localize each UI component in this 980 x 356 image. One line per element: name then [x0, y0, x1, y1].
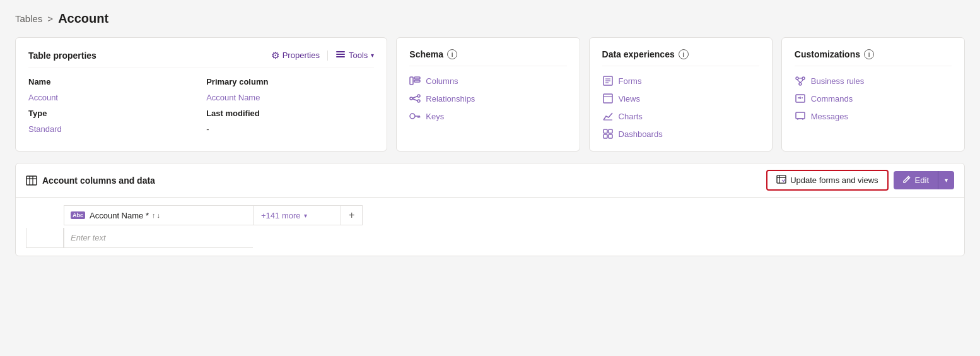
svg-point-8 [417, 100, 420, 102]
schema-items: Columns Relationships [409, 75, 566, 122]
update-forms-label: Update forms and views [790, 175, 878, 185]
more-columns-button[interactable]: +141 more ▾ [253, 205, 341, 225]
add-column-button[interactable]: + [341, 205, 363, 225]
schema-card: Schema i Columns [396, 37, 580, 151]
commands-icon [795, 93, 806, 104]
bottom-section: Account columns and data Update forms an… [15, 163, 965, 256]
svg-rect-24 [604, 134, 607, 138]
update-forms-icon [776, 175, 786, 186]
relationships-icon [409, 93, 421, 104]
messages-link[interactable]: Messages [795, 110, 952, 122]
business-rules-link[interactable]: Business rules [795, 75, 952, 86]
customizations-title-group: Customizations i [795, 49, 874, 59]
dashboards-label: Dashboards [619, 129, 663, 139]
svg-point-26 [796, 77, 798, 80]
type-label: Type [28, 109, 196, 118]
keys-link[interactable]: Keys [409, 110, 566, 122]
svg-rect-41 [777, 175, 786, 183]
keys-icon [409, 110, 421, 122]
more-cols-chevron-icon: ▾ [304, 212, 307, 219]
customizations-info-icon[interactable]: i [864, 49, 874, 59]
data-exp-info-icon[interactable]: i [679, 49, 689, 59]
tools-chevron-icon: ▾ [371, 52, 374, 59]
business-rules-label: Business rules [811, 76, 865, 86]
properties-label: Properties [283, 50, 320, 60]
commands-label: Commands [811, 94, 853, 104]
table-properties-card: Table properties ⚙ Properties [15, 37, 387, 151]
dashboards-link[interactable]: Dashboards [602, 128, 759, 139]
svg-rect-5 [414, 80, 420, 82]
charts-icon [602, 110, 614, 122]
edit-button[interactable]: Edit [894, 171, 938, 189]
charts-label: Charts [619, 112, 643, 121]
edit-pencil-icon [902, 175, 911, 186]
data-table-header: Abc Account Name * ↑ ↓ +141 more ▾ + [26, 205, 954, 225]
bottom-actions: Update forms and views Edit ▾ [766, 170, 954, 191]
messages-icon [795, 110, 806, 122]
enter-text-cell[interactable]: Enter text [64, 228, 253, 248]
tools-link[interactable]: Tools ▾ [335, 49, 374, 61]
tables-link[interactable]: Tables [15, 13, 42, 24]
schema-info-icon[interactable]: i [447, 49, 457, 59]
relationships-link[interactable]: Relationships [409, 93, 566, 104]
columns-icon [409, 75, 421, 86]
more-cols-label: +141 more [261, 211, 301, 220]
edit-dropdown-button[interactable]: ▾ [938, 171, 954, 189]
breadcrumb-current: Account [58, 11, 108, 26]
views-link[interactable]: Views [602, 93, 759, 104]
tools-icon [335, 49, 346, 61]
update-forms-button[interactable]: Update forms and views [766, 170, 888, 191]
customizations-header: Customizations i [795, 49, 952, 66]
relationships-label: Relationships [426, 94, 475, 104]
charts-link[interactable]: Charts [602, 110, 759, 122]
primary-col-label: Primary column [206, 77, 374, 86]
svg-rect-22 [604, 129, 607, 133]
sort-icons[interactable]: ↑ ↓ [152, 211, 160, 219]
columns-link[interactable]: Columns [409, 75, 566, 86]
properties-link[interactable]: ⚙ Properties [271, 50, 320, 61]
svg-point-27 [802, 77, 805, 80]
primary-col-value[interactable]: Account Name [206, 93, 374, 102]
schema-header: Schema i [409, 49, 566, 66]
add-column-icon: + [349, 210, 354, 221]
edit-dropdown-chevron-icon: ▾ [945, 177, 948, 184]
data-exp-items: Forms Views [602, 75, 759, 139]
cards-row: Table properties ⚙ Properties [15, 37, 965, 151]
abc-icon: Abc [71, 211, 85, 219]
table-properties-content: Name Primary column Account Account Name… [28, 77, 374, 134]
views-label: Views [619, 94, 640, 104]
name-value[interactable]: Account [28, 93, 196, 102]
svg-rect-36 [796, 112, 805, 119]
forms-link[interactable]: Forms [602, 75, 759, 86]
custom-items: Business rules Commands [795, 75, 952, 122]
views-icon [602, 93, 614, 104]
table-properties-title: Table properties [28, 50, 96, 61]
account-name-col-header[interactable]: Abc Account Name * ↑ ↓ [64, 205, 253, 225]
commands-link[interactable]: Commands [795, 93, 952, 104]
svg-line-30 [797, 80, 800, 83]
svg-point-28 [799, 83, 802, 85]
customizations-card: Customizations i [781, 37, 965, 151]
svg-rect-25 [609, 134, 612, 138]
enter-text-placeholder: Enter text [71, 233, 106, 242]
svg-rect-23 [609, 129, 612, 133]
breadcrumb-separator: > [47, 13, 53, 24]
action-divider [327, 50, 328, 61]
svg-point-6 [410, 97, 412, 100]
type-value[interactable]: Standard [28, 124, 196, 134]
columns-label: Columns [426, 76, 458, 86]
table-grid-icon [26, 175, 37, 186]
tools-label: Tools [349, 50, 368, 60]
schema-title-group: Schema i [409, 49, 457, 59]
column-header-text: Account Name * [90, 211, 149, 220]
svg-line-9 [412, 97, 417, 98]
data-table-area: Abc Account Name * ↑ ↓ +141 more ▾ + [16, 198, 964, 256]
keys-label: Keys [426, 112, 444, 121]
svg-point-7 [417, 95, 420, 97]
schema-title: Schema [409, 49, 443, 59]
svg-rect-0 [336, 51, 345, 52]
svg-rect-37 [26, 176, 37, 185]
bottom-section-header: Account columns and data Update forms an… [16, 163, 964, 198]
last-modified-label: Last modified [206, 109, 374, 118]
svg-line-10 [412, 99, 417, 101]
